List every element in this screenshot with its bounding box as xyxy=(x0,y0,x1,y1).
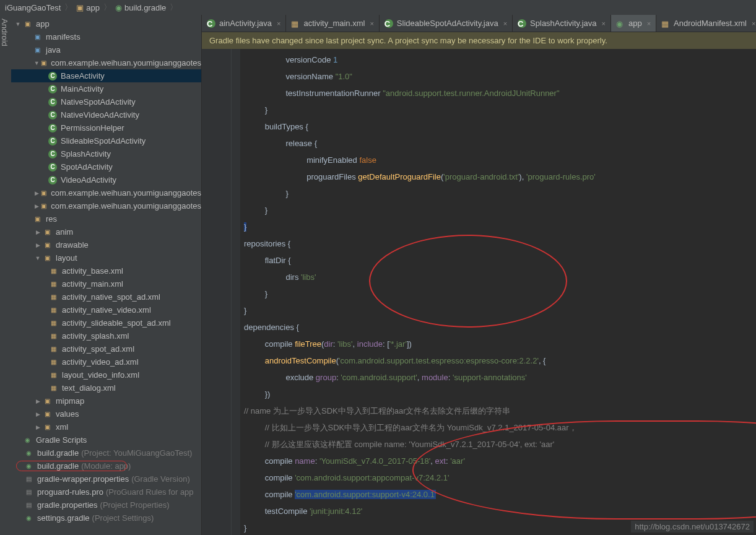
tree-class[interactable]: CBaseActivity xyxy=(11,69,201,82)
code-editor[interactable]: versionCode 1 versionName "1.0" testInst… xyxy=(202,49,756,535)
gradle-icon: ◉ xyxy=(616,19,625,28)
tree-package[interactable]: ▶▣com.example.weihuan.youmiguanggaotes xyxy=(11,186,201,199)
tree-folder[interactable]: ▶▣values xyxy=(11,407,201,420)
chevron-right-icon: 〉 xyxy=(170,2,178,13)
sidebar-tool-label[interactable]: Android xyxy=(0,15,11,535)
watermark: http://blog.csdn.net/u013742672 xyxy=(631,521,754,533)
tree-file[interactable]: ▤gradle-wrapper.properties(Gradle Versio… xyxy=(11,472,201,485)
tree-class[interactable]: CPermissionHelper xyxy=(11,121,201,134)
gradle-icon: ◉ xyxy=(115,3,122,12)
class-icon: C xyxy=(385,19,393,28)
class-icon: C xyxy=(518,19,526,28)
tree-file[interactable]: ▤proguard-rules.pro(ProGuard Rules for a… xyxy=(11,485,201,498)
tree-file[interactable]: ▤gradle.properties(Project Properties) xyxy=(11,498,201,511)
tab[interactable]: CSlideableSpotAdActivity.java× xyxy=(380,15,513,32)
tab[interactable]: ▦AndroidManifest.xml× xyxy=(656,15,756,32)
sync-banner[interactable]: Gradle files have changed since last pro… xyxy=(202,32,756,49)
tree-file[interactable]: ▦activity_main.xml xyxy=(11,277,201,290)
tree-folder[interactable]: ▶▣xml xyxy=(11,420,201,433)
tree-folder[interactable]: ▶▣anim xyxy=(11,225,201,238)
tree-folder[interactable]: ▣manifests xyxy=(11,30,201,43)
class-icon: C xyxy=(207,19,215,28)
tree-folder[interactable]: ▣res xyxy=(11,212,201,225)
tree-class[interactable]: CVideoAdActivity xyxy=(11,173,201,186)
breadcrumb-item[interactable]: ▣app xyxy=(76,3,100,12)
tree-file[interactable]: ▦activity_native_spot_ad.xml xyxy=(11,290,201,303)
tree-file[interactable]: ▦activity_video_ad.xml xyxy=(11,355,201,368)
chevron-right-icon: 〉 xyxy=(103,2,111,13)
tree-file[interactable]: ◉build.gradle(Project: YouMiGuangGaoTest… xyxy=(11,446,201,459)
project-tree[interactable]: ▼▣app ▣manifests ▣java ▼▣com.example.wei… xyxy=(11,15,201,535)
tree-class[interactable]: CSlideableSpotAdActivity xyxy=(11,134,201,147)
breadcrumb: iGuangGaoTest 〉 ▣app 〉 ◉build.gradle 〉 xyxy=(0,0,756,15)
tree-file[interactable]: ▦activity_native_video.xml xyxy=(11,303,201,316)
editor-tabs: CainActivity.java× ▦activity_main.xml× C… xyxy=(202,15,756,32)
tree-class[interactable]: CNativeSpotAdActivity xyxy=(11,95,201,108)
tree-module-root[interactable]: ▼▣app xyxy=(11,17,201,30)
line-gutter xyxy=(202,49,232,535)
tab-active[interactable]: ◉app× xyxy=(611,15,656,32)
tree-file[interactable]: ◉settings.gradle(Project Settings) xyxy=(11,511,201,524)
breadcrumb-item[interactable]: ◉build.gradle xyxy=(115,3,166,12)
tree-folder[interactable]: ▣java xyxy=(11,43,201,56)
tree-package[interactable]: ▼▣com.example.weihuan.youmiguanggaotes xyxy=(11,56,201,69)
tree-file[interactable]: ▦text_dialog.xml xyxy=(11,381,201,394)
close-icon[interactable]: × xyxy=(602,20,606,27)
tree-folder[interactable]: ▶▣drawable xyxy=(11,238,201,251)
tree-file[interactable]: ▦activity_slideable_spot_ad.xml xyxy=(11,316,201,329)
code-content[interactable]: versionCode 1 versionName "1.0" testInst… xyxy=(240,49,756,535)
chevron-right-icon: 〉 xyxy=(64,2,72,13)
tree-file[interactable]: ▦activity_base.xml xyxy=(11,264,201,277)
close-icon[interactable]: × xyxy=(370,20,373,27)
tree-class[interactable]: CSplashActivity xyxy=(11,147,201,160)
tree-folder[interactable]: ▼▣layout xyxy=(11,251,201,264)
breadcrumb-item[interactable]: iGuangGaoTest xyxy=(5,3,61,12)
close-icon[interactable]: × xyxy=(503,20,507,27)
tab[interactable]: CSplashActivity.java× xyxy=(513,15,611,32)
tree-gradle-scripts[interactable]: ◉Gradle Scripts xyxy=(11,433,201,446)
tree-file-active[interactable]: ◉build.gradle(Module: app) xyxy=(11,459,201,472)
tree-file[interactable]: ▦activity_splash.xml xyxy=(11,329,201,342)
tab[interactable]: ▦activity_main.xml× xyxy=(286,15,379,32)
xml-icon: ▦ xyxy=(661,19,670,28)
xml-icon: ▦ xyxy=(291,19,300,28)
tree-class[interactable]: CNativeVideoAdActivity xyxy=(11,108,201,121)
editor-area: CainActivity.java× ▦activity_main.xml× C… xyxy=(202,15,756,535)
tree-package[interactable]: ▶▣com.example.weihuan.youmiguanggaotes xyxy=(11,199,201,212)
tree-class[interactable]: CMainActivity xyxy=(11,82,201,95)
project-sidebar: Android ▼▣app ▣manifests ▣java ▼▣com.exa… xyxy=(0,15,202,535)
tab[interactable]: CainActivity.java× xyxy=(202,15,286,32)
tree-folder[interactable]: ▶▣mipmap xyxy=(11,394,201,407)
close-icon[interactable]: × xyxy=(647,20,651,27)
close-icon[interactable]: × xyxy=(277,20,280,27)
folder-icon: ▣ xyxy=(76,3,84,12)
fold-gutter[interactable] xyxy=(232,49,240,535)
close-icon[interactable]: × xyxy=(752,20,755,27)
tree-file[interactable]: ▦layout_video_info.xml xyxy=(11,368,201,381)
tree-file[interactable]: ▦activity_spot_ad.xml xyxy=(11,342,201,355)
tree-class[interactable]: CSpotAdActivity xyxy=(11,160,201,173)
